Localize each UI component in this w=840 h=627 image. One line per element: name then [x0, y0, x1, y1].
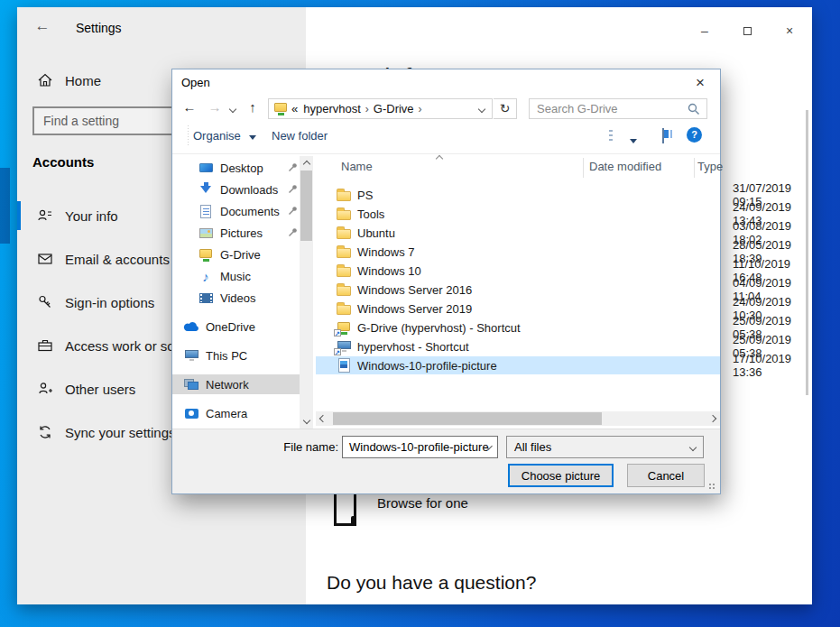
tree-scrollbar[interactable] — [300, 156, 313, 429]
tree-item-music[interactable]: ♪ Music — [172, 266, 300, 286]
settings-scrollbar[interactable] — [806, 110, 808, 395]
maximize-button[interactable] — [732, 20, 762, 41]
address-dropdown-icon[interactable] — [478, 105, 485, 112]
view-mode-dropdown[interactable] — [630, 133, 637, 146]
tree-scrollbar-thumb[interactable] — [300, 171, 312, 241]
file-row[interactable]: Tools 24/09/2019 13:43File f — [316, 205, 720, 223]
desktop-icon — [198, 161, 214, 175]
resize-grip[interactable] — [709, 484, 716, 491]
file-name-input[interactable]: Windows-10-profile-picture — [342, 436, 498, 458]
computer-icon — [183, 348, 199, 363]
scroll-down-icon[interactable] — [300, 415, 313, 429]
help-button[interactable]: ? — [687, 127, 702, 143]
file-row[interactable]: Windows 10 11/10/2019 16:48File f — [316, 262, 720, 280]
sync-icon — [36, 424, 54, 440]
tree-item-camera[interactable]: Camera — [172, 403, 300, 423]
file-row[interactable]: Windows Server 2016 04/09/2019 11:04File… — [316, 281, 720, 299]
chevron-down-icon — [249, 135, 256, 140]
file-row[interactable]: PS 31/07/2019 09:15File f — [316, 186, 720, 204]
tree-item-documents[interactable]: Documents — [172, 201, 300, 221]
computer-shortcut-icon: ↗ — [336, 339, 352, 354]
nav-forward-button[interactable]: → — [205, 97, 225, 117]
breadcrumb-separator: › — [419, 103, 422, 115]
minimize-button[interactable]: – — [689, 20, 720, 41]
nav-back-button[interactable]: ← — [180, 97, 199, 117]
new-folder-button[interactable]: New folder — [272, 129, 328, 143]
horizontal-scrollbar[interactable] — [316, 411, 720, 426]
column-header-type[interactable]: Type — [697, 160, 723, 173]
preview-pane-button[interactable] — [662, 129, 664, 143]
dialog-footer: File name: Windows-10-profile-picture Al… — [172, 429, 720, 493]
dialog-close-button[interactable]: × — [688, 73, 713, 93]
dialog-search-input[interactable]: Search G-Drive — [529, 98, 707, 119]
music-icon: ♪ — [198, 269, 214, 283]
pin-icon — [288, 227, 298, 237]
back-arrow-icon[interactable]: ← — [32, 17, 53, 35]
network-drive-icon — [198, 247, 214, 262]
search-placeholder: Find a setting — [43, 114, 119, 128]
file-row[interactable]: Windows Server 2019 24/09/2019 10:30File… — [316, 300, 720, 318]
breadcrumb-separator: › — [365, 103, 369, 115]
file-row[interactable]: ↗ G-Drive (hypervhost) - Shortcut 25/09/… — [316, 318, 720, 337]
scroll-right-icon[interactable] — [709, 415, 716, 422]
nav-up-button[interactable]: ↑ — [243, 97, 263, 117]
tree-item-g-drive[interactable]: G-Drive — [172, 244, 300, 264]
address-bar[interactable]: « hypervhost › G-Drive › — [268, 98, 493, 119]
refresh-button[interactable]: ↻ — [494, 98, 517, 119]
person-plus-icon — [36, 381, 54, 397]
home-icon — [36, 72, 54, 88]
file-type-select[interactable]: All files — [506, 436, 704, 458]
drive-shortcut-icon: ↗ — [336, 320, 352, 335]
column-header-date-modified[interactable]: Date modified — [589, 160, 661, 173]
camera-icon — [183, 406, 199, 420]
folder-icon — [336, 226, 352, 240]
key-icon — [36, 294, 54, 310]
desktop-background: ← Settings – × Home Find a setting Accou… — [0, 0, 840, 627]
tree-item-network[interactable]: Network — [172, 374, 300, 394]
column-header-name[interactable]: Name — [341, 160, 373, 173]
pictures-icon — [198, 226, 214, 240]
downloads-icon — [198, 182, 214, 197]
tree-item-desktop[interactable]: Desktop — [172, 158, 300, 178]
dialog-title: Open — [181, 76, 210, 89]
columns-icon — [662, 128, 664, 143]
tree-item-downloads[interactable]: Downloads — [172, 180, 300, 199]
file-row-selected[interactable]: Windows-10-profile-picture 17/10/2019 13… — [316, 356, 720, 374]
envelope-icon — [36, 251, 54, 267]
breadcrumb-g-drive[interactable]: G-Drive — [374, 102, 414, 115]
folder-icon — [336, 188, 352, 202]
breadcrumb-hypervhost[interactable]: hypervhost — [303, 102, 361, 115]
column-divider[interactable] — [694, 158, 695, 178]
close-button[interactable]: × — [774, 20, 805, 41]
horizontal-scrollbar-thumb[interactable] — [333, 412, 602, 425]
open-dialog: Open × ← → ↑ « hypervhost › G-Drive › ↻ … — [171, 69, 721, 494]
file-row[interactable]: Ubuntu 03/08/2019 18:02File f — [316, 224, 720, 242]
toolbar-divider — [172, 153, 720, 154]
selected-indicator — [17, 201, 21, 230]
pin-icon — [288, 184, 298, 194]
cancel-button[interactable]: Cancel — [627, 464, 705, 487]
tree-item-this-pc[interactable]: This PC — [172, 346, 300, 365]
tree-item-videos[interactable]: Videos — [172, 288, 300, 308]
scroll-up-icon[interactable] — [300, 156, 313, 170]
choose-picture-button[interactable]: Choose picture — [508, 464, 614, 487]
tree-item-onedrive[interactable]: OneDrive — [172, 317, 300, 337]
file-row[interactable]: ↗ hypervhost - Shortcut 25/09/2019 05:38… — [316, 337, 720, 355]
scroll-left-icon[interactable] — [319, 415, 327, 422]
pin-icon — [288, 206, 298, 216]
chevron-down-icon — [630, 139, 637, 143]
network-drive-icon — [272, 102, 289, 116]
onedrive-cloud-icon — [183, 319, 199, 334]
browse-for-one-button[interactable]: Browse for one — [377, 495, 468, 511]
nav-recent-dropdown[interactable] — [226, 97, 239, 117]
tree-item-pictures[interactable]: Pictures — [172, 223, 300, 243]
sidebar-item-label: Sync your settings — [65, 425, 176, 440]
sidebar-item-label: Home — [65, 73, 101, 88]
sidebar-item-label: Sign-in options — [65, 295, 154, 310]
column-divider[interactable] — [583, 158, 584, 178]
file-row[interactable]: Windows 7 28/05/2019 18:39File f — [316, 243, 720, 261]
documents-icon — [198, 204, 214, 218]
question-heading: Do you have a question? — [327, 572, 536, 594]
search-icon — [688, 103, 700, 115]
organise-menu-button[interactable]: Organise — [193, 129, 256, 143]
